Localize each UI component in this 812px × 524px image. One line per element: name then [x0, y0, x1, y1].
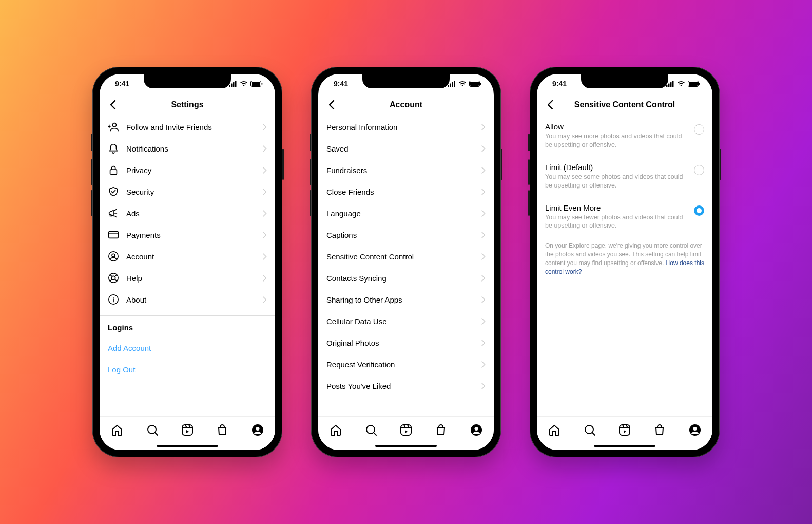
row-ads[interactable]: Ads	[100, 202, 275, 224]
radio-unselected-icon[interactable]	[694, 124, 704, 135]
row-personal-info[interactable]: Personal Information	[318, 116, 494, 138]
status-time: 9:41	[552, 80, 567, 88]
tab-search[interactable]	[146, 424, 159, 436]
svg-point-30	[474, 427, 478, 431]
chevron-right-icon	[481, 145, 486, 152]
tab-search[interactable]	[365, 424, 377, 436]
radio-selected-icon[interactable]	[694, 205, 704, 216]
row-cellular[interactable]: Cellular Data Use	[318, 310, 494, 332]
chevron-right-icon	[263, 124, 267, 130]
row-privacy[interactable]: Privacy	[100, 159, 275, 181]
chevron-right-icon	[481, 232, 486, 238]
tab-reels[interactable]	[618, 424, 631, 436]
row-payments[interactable]: Payments	[100, 224, 275, 246]
row-about[interactable]: About	[100, 289, 275, 310]
home-indicator[interactable]	[375, 445, 437, 447]
log-out-link[interactable]: Log Out	[100, 359, 275, 380]
option-allow[interactable]: Allow You may see more photos and videos…	[537, 116, 712, 157]
notch	[144, 74, 231, 88]
account-list[interactable]: Personal Information Saved Fundraisers C…	[318, 116, 494, 416]
row-label: About	[126, 295, 146, 304]
row-sharing-apps[interactable]: Sharing to Other Apps	[318, 289, 494, 310]
row-security[interactable]: Security	[100, 181, 275, 202]
back-button[interactable]	[543, 98, 557, 112]
row-request-verification[interactable]: Request Verification	[318, 353, 494, 375]
tab-home[interactable]	[111, 424, 123, 436]
home-indicator[interactable]	[594, 445, 655, 447]
tab-reels[interactable]	[181, 424, 194, 436]
back-button[interactable]	[106, 98, 120, 112]
option-limit-default[interactable]: Limit (Default) You may see some photos …	[537, 157, 712, 197]
row-label: Captions	[326, 231, 357, 239]
row-close-friends[interactable]: Close Friends	[318, 181, 494, 202]
tab-home[interactable]	[330, 424, 342, 436]
svg-rect-32	[668, 84, 670, 87]
svg-rect-25	[470, 82, 479, 86]
row-label: Sensitive Content Control	[326, 252, 414, 261]
wifi-icon	[677, 81, 685, 87]
nav-header: Sensitive Content Control	[537, 93, 712, 116]
phone-mockup-account: 9:41 Account Personal Information Saved …	[311, 67, 501, 457]
scc-options: Allow You may see more photos and videos…	[537, 116, 712, 416]
row-sensitive-content[interactable]: Sensitive Content Control	[318, 246, 494, 267]
chevron-left-icon	[110, 100, 116, 109]
row-language[interactable]: Language	[318, 202, 494, 224]
row-help[interactable]: Help	[100, 267, 275, 289]
radio-unselected-icon[interactable]	[694, 165, 704, 175]
page-title: Sensitive Content Control	[574, 100, 675, 109]
svg-rect-36	[689, 82, 698, 86]
svg-rect-0	[229, 85, 230, 87]
row-original-photos[interactable]: Original Photos	[318, 332, 494, 353]
person-icon	[108, 251, 119, 262]
back-button[interactable]	[324, 98, 339, 112]
settings-list[interactable]: Follow and Invite Friends Notifications …	[100, 116, 275, 416]
chevron-right-icon	[263, 253, 267, 260]
option-limit-more[interactable]: Limit Even More You may see fewer photos…	[537, 197, 712, 238]
row-captions[interactable]: Captions	[318, 224, 494, 246]
row-account[interactable]: Account	[100, 246, 275, 267]
svg-point-11	[112, 254, 115, 257]
tab-shop[interactable]	[435, 424, 447, 436]
tab-home[interactable]	[548, 424, 560, 436]
row-label: Ads	[126, 209, 140, 218]
tab-shop[interactable]	[653, 424, 666, 436]
row-saved[interactable]: Saved	[318, 138, 494, 159]
svg-rect-22	[452, 82, 453, 87]
tab-profile[interactable]	[252, 424, 264, 436]
svg-rect-6	[262, 83, 263, 85]
tab-reels[interactable]	[400, 424, 412, 436]
tab-profile[interactable]	[470, 424, 482, 436]
row-label: Contacts Syncing	[326, 274, 386, 283]
home-indicator[interactable]	[157, 445, 218, 447]
svg-rect-2	[233, 82, 235, 87]
status-time: 9:41	[334, 80, 348, 88]
chevron-right-icon	[481, 275, 486, 282]
option-sub: You may see more photos and videos that …	[545, 132, 688, 149]
option-title: Limit Even More	[545, 203, 688, 212]
tab-shop[interactable]	[216, 424, 228, 436]
svg-point-19	[256, 427, 259, 431]
svg-rect-17	[182, 425, 192, 435]
row-contacts-sync[interactable]: Contacts Syncing	[318, 267, 494, 289]
invite-icon	[108, 121, 119, 133]
row-label: Privacy	[126, 166, 151, 175]
tab-profile[interactable]	[689, 424, 701, 436]
chevron-right-icon	[481, 318, 486, 325]
row-follow-invite[interactable]: Follow and Invite Friends	[100, 116, 275, 138]
life-ring-icon	[108, 272, 119, 284]
svg-point-10	[109, 252, 118, 261]
tab-search[interactable]	[584, 424, 596, 436]
add-account-link[interactable]: Add Account	[100, 337, 275, 359]
nav-header: Account	[318, 93, 494, 116]
row-notifications[interactable]: Notifications	[100, 138, 275, 159]
svg-rect-3	[235, 81, 237, 87]
notch	[581, 74, 668, 88]
row-posts-liked[interactable]: Posts You've Liked	[318, 375, 494, 397]
page-title: Settings	[171, 100, 203, 109]
svg-rect-1	[231, 84, 233, 87]
row-label: Personal Information	[326, 123, 397, 132]
status-time: 9:41	[115, 80, 129, 88]
row-fundraisers[interactable]: Fundraisers	[318, 159, 494, 181]
row-label: Sharing to Other Apps	[326, 295, 402, 304]
logins-header: Logins	[100, 315, 275, 337]
